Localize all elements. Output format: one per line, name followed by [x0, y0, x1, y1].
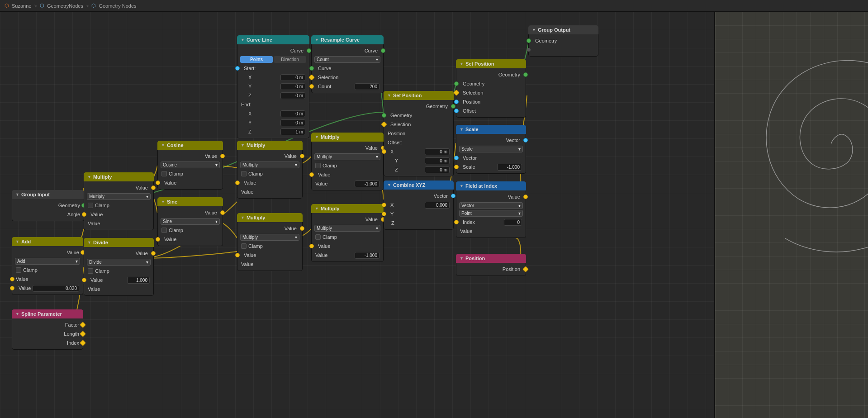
field-at-index-header[interactable]: ▼ Field at Index — [456, 181, 526, 190]
multiply2-header[interactable]: ▼ Multiply — [237, 141, 303, 150]
mul3-clamp-checkbox[interactable] — [241, 243, 247, 249]
fai-value-out-socket[interactable] — [523, 195, 528, 199]
curve-line-start-z-field[interactable] — [280, 92, 305, 99]
resample-curve-out-socket[interactable] — [381, 48, 385, 53]
multiply4-header[interactable]: ▼ Multiply — [311, 133, 384, 142]
mul1-clamp-checkbox[interactable] — [88, 203, 93, 208]
add-operation-dropdown[interactable]: Add ▾ — [15, 258, 80, 265]
add-clamp-checkbox[interactable] — [16, 267, 21, 273]
sine-clamp-checkbox[interactable] — [161, 228, 167, 233]
spline-factor-socket[interactable] — [80, 322, 86, 328]
combine-xyz-header[interactable]: ▼ Combine XYZ — [384, 180, 454, 190]
spline-parameter-header[interactable]: ▼ Spline Parameter — [12, 309, 83, 318]
curve-line-start-socket[interactable] — [235, 66, 240, 71]
div-value1-socket[interactable] — [82, 278, 86, 282]
scale-mode-dropdown[interactable]: Scale ▾ — [459, 146, 523, 152]
mul4-value1-socket[interactable] — [309, 172, 314, 177]
mul5-operation-dropdown[interactable]: Multiply ▾ — [314, 225, 380, 232]
cos-value1-socket[interactable] — [156, 180, 160, 185]
curve-line-end-y-field[interactable] — [280, 119, 305, 126]
add-value2-field[interactable] — [33, 285, 79, 292]
sine-header[interactable]: ▼ Sine — [157, 197, 223, 206]
curve-line-end-z-field[interactable] — [280, 128, 305, 135]
curve-line-header[interactable]: ▼ Curve Line — [237, 35, 309, 44]
mul5-value2-field[interactable] — [355, 252, 379, 259]
mul2-clamp-checkbox[interactable] — [241, 171, 247, 176]
multiply3-header[interactable]: ▼ Multiply — [237, 213, 303, 222]
scale-value-field[interactable] — [497, 164, 522, 171]
group-output-header[interactable]: ▼ Group Output — [528, 25, 598, 34]
curve-line-end-x-field[interactable] — [280, 110, 305, 117]
add-value2-socket[interactable] — [10, 286, 14, 290]
scale-vector-in-socket[interactable] — [454, 156, 459, 160]
resample-selection-socket[interactable] — [308, 74, 315, 81]
resample-mode-dropdown[interactable]: Count ▾ — [314, 56, 380, 63]
group-input-header[interactable]: ▼ Group Input — [12, 190, 84, 199]
combine-vector-out-socket[interactable] — [451, 194, 455, 198]
setpos2-geo-out-socket[interactable] — [523, 72, 528, 77]
scale-header[interactable]: ▼ Scale — [456, 125, 526, 134]
spline-index-socket[interactable] — [80, 340, 86, 346]
breadcrumb-suzanne[interactable]: Suzanne — [12, 3, 31, 9]
sine-value-out-socket[interactable] — [220, 210, 225, 215]
go-extra-socket[interactable] — [527, 48, 531, 52]
setpos2-position-socket[interactable] — [454, 100, 459, 104]
div-clamp-checkbox[interactable] — [88, 268, 93, 274]
mul5-value1-socket[interactable] — [309, 244, 314, 248]
multiply1-header[interactable]: ▼ Multiply — [84, 172, 154, 181]
mul1-value-out-socket[interactable] — [151, 185, 156, 190]
add-header[interactable]: ▼ Add — [12, 237, 83, 246]
mul1-value1-socket[interactable] — [82, 212, 86, 217]
mul2-operation-dropdown[interactable]: Multiply ▾ — [240, 162, 299, 168]
mul3-value-out-socket[interactable] — [300, 226, 304, 231]
combine-x-field[interactable] — [425, 202, 450, 209]
curve-line-start-x-field[interactable] — [280, 74, 305, 81]
set-position2-header[interactable]: ▼ Set Position — [456, 59, 526, 68]
cos-value-out-socket[interactable] — [220, 154, 225, 158]
curve-line-points-btn[interactable]: Points — [240, 56, 273, 63]
mul3-operation-dropdown[interactable]: Multiply ▾ — [240, 234, 299, 241]
combine-x-socket[interactable] — [382, 203, 386, 207]
mul1-operation-dropdown[interactable]: Multiply ▾ — [87, 193, 151, 200]
resample-curve-header[interactable]: ▼ Resample Curve — [311, 35, 384, 44]
mul3-value1-socket[interactable] — [235, 253, 240, 257]
divide-header[interactable]: ▼ Divide — [84, 238, 154, 247]
go-geometry-socket[interactable] — [526, 38, 531, 43]
pos-position-out-socket[interactable] — [522, 266, 529, 272]
fai-index-socket[interactable] — [454, 220, 459, 224]
sine-value1-socket[interactable] — [156, 237, 160, 242]
combine-y-socket[interactable] — [382, 212, 386, 216]
resample-curve-in-socket[interactable] — [309, 66, 314, 71]
mul4-operation-dropdown[interactable]: Multiply ▾ — [314, 153, 380, 160]
fai-data-type-dropdown[interactable]: Point ▾ — [459, 210, 523, 217]
cosine-header[interactable]: ▼ Cosine — [157, 141, 223, 150]
setpos2-geo-in-socket[interactable] — [454, 81, 459, 86]
set-position1-header[interactable]: ▼ Set Position — [384, 91, 454, 100]
setpos1-offset-x-field[interactable] — [425, 148, 450, 155]
multiply5-header[interactable]: ▼ Multiply — [311, 204, 384, 213]
node-editor[interactable]: .conn { fill:none; stroke-width:2; opaci… — [0, 12, 714, 418]
curve-line-curve-out-socket[interactable] — [307, 48, 311, 53]
resample-count-socket[interactable] — [309, 84, 314, 89]
cos-operation-dropdown[interactable]: Cosine ▾ — [161, 162, 220, 168]
cos-clamp-checkbox[interactable] — [161, 171, 167, 176]
scale-vector-out-socket[interactable] — [523, 138, 528, 142]
mul5-clamp-checkbox[interactable] — [315, 234, 321, 240]
setpos1-selection-socket[interactable] — [381, 121, 387, 128]
sine-operation-dropdown[interactable]: Sine ▾ — [161, 218, 220, 225]
resample-count-field[interactable] — [355, 83, 379, 90]
div-value-out-socket[interactable] — [151, 251, 156, 256]
setpos1-geo-in-socket[interactable] — [382, 113, 386, 118]
mul4-clamp-checkbox[interactable] — [315, 163, 321, 168]
fai-domain-dropdown[interactable]: Vector ▾ — [459, 202, 523, 209]
setpos2-selection-socket[interactable] — [453, 90, 460, 96]
setpos1-offset-socket[interactable] — [382, 149, 386, 154]
curve-line-direction-btn[interactable]: Direction — [274, 56, 306, 63]
fai-index-field[interactable] — [504, 219, 522, 226]
scale-value-socket[interactable] — [454, 165, 459, 169]
div-value1-field[interactable] — [127, 277, 150, 284]
mul4-value2-field[interactable] — [355, 180, 379, 187]
position-header[interactable]: ▼ Position — [456, 254, 526, 263]
spline-length-socket[interactable] — [80, 331, 86, 337]
div-operation-dropdown[interactable]: Divide ▾ — [87, 259, 151, 266]
